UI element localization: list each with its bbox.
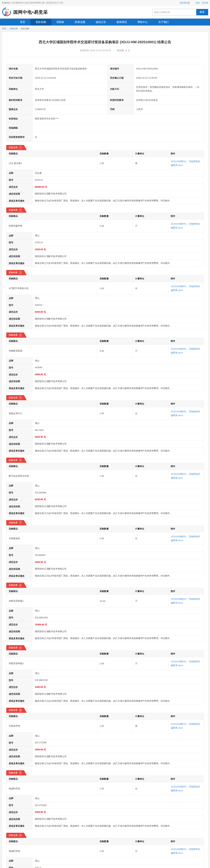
attachment-cell: 20251009附件1：货物类响应偏离表.docx [168,845,204,858]
search-box: 搜索 [152,9,208,16]
nav-item-help[interactable]: 帮助中心 [132,19,153,26]
info-label-qualification: 供应商资质要求 [6,132,32,142]
nav-item-bidding-purchase[interactable]: 竞价采购 [30,19,51,26]
qty-cell: 4.00 [97,345,133,357]
result-badge-number: 10 [19,709,22,712]
result-detail-table: 品牌 湖山 型号 WLYS02 成交总价 5420.00 元 [6,420,204,455]
supplier-value: 陕西韶华云顶数字技术有限公司 [32,190,204,197]
nav-item-tender[interactable]: 招投标 [51,19,70,26]
price-label: 成交总价 [6,434,32,441]
result-item-table: 采购商品 采购数量 计量单位 附件 同轴吸顶音箱 4.00 只 20251009… [6,338,204,357]
price-label: 成交总价 [6,746,32,753]
product-name-cell: 电源时序器 [6,845,97,858]
model-value: AGX60 [32,364,204,371]
warranty-value: 验收合格之日起3年提供原厂质保。质保期内，非人为因素产品出现质量问题，由乙方进行… [32,823,204,830]
attachment-cell: 20251009附件1：货物类响应偏离表.docx [168,532,204,545]
supplier-register-link[interactable]: 供应商注册 [179,2,190,4]
topbar: 客服热线: 029-86618373 QQ:2881944994 (周一至周五9… [0,0,210,6]
warranty-value: 验收合格之日起3年提供原厂质保。质保期内，非人为因素产品出现质量问题，由乙方进行… [32,635,204,642]
result-block: 采购结果 5 采购商品 采购数量 计量单位 附件 智慧运算中心 1.00 台 [6,395,204,455]
col-header-attachment: 附件 [168,463,204,470]
attachment-link[interactable]: 20251009附件1：货物类响应偏离表.docx [171,722,201,730]
attachment-link[interactable]: 20251009附件1：货物类响应偏离表.docx [171,785,201,793]
brand-label: 品牌 [6,482,32,489]
attachment-link[interactable]: 20251009附件1：货物类响应偏离表.docx [171,347,201,355]
qty-cell: 1.00 [97,407,133,420]
supplier-label: 成交供应商 [6,441,32,447]
product-name-cell: 同轴吸顶音箱 [6,345,97,357]
result-badge-label: 采购结果 [9,584,18,587]
result-item-table: 采购商品 采购数量 计量单位 附件 电源时序器 1.00 台 20251009附… [6,775,204,795]
col-header-attachment: 附件 [168,338,204,345]
attachment-link[interactable]: 20251009附件1：货物类响应偏离表.docx [171,597,201,605]
col-header-unit: 计量单位 [133,588,168,595]
attachment-link[interactable]: 20251009附件1：货物类响应偏离表.docx [171,222,201,230]
unit-cell: 台 [133,782,168,795]
result-badge-label: 采购结果 [9,209,18,212]
qty-cell: 2.00 [97,282,133,295]
unit-cell: 台 [133,407,168,420]
attachment-link[interactable]: 20251009附件1：货物类响应偏离表.docx [171,284,201,292]
price-currency-suffix: 元 [44,686,46,688]
attachment-link[interactable]: 20251009附件1：货物类响应偏离表.docx [171,472,201,480]
brand-label: 品牌 [6,858,32,864]
supplier-label: 成交供应商 [6,378,32,385]
result-detail-table: 品牌 湖山 型号 DS-W621SD 成交总价 3300.00 元 [6,670,204,705]
result-detail-table: 品牌 湖山 型号 AGX60 成交总价 2900.00 元 [6,357,204,392]
nav-item-policy[interactable]: 政策法规 [70,19,90,26]
attachment-link[interactable]: 20251009附件1：货物类响应偏离表.docx [171,535,201,542]
col-header-qty: 采购数量 [97,338,133,345]
qty-cell: 1.00 [97,470,133,482]
nav-item-news[interactable]: 新闻资讯 [111,19,132,26]
nav-item-home[interactable]: 首页 [15,19,30,26]
info-value-project-name: 西北大学区域国别学院学术交流研讨室设备采购项目 [32,64,107,73]
result-badge-label: 采购结果 [9,521,18,524]
result-block: 采购结果 12 采购商品 采购数量 计量单位 附件 电源时序器 1.00 台 [6,833,204,868]
model-label: 型号 [6,239,32,246]
result-badge-number: 9 [19,646,22,649]
product-name-cell: 柱阵列扬声器 [6,220,97,232]
col-header-qty: 采购数量 [97,650,133,657]
announcement-card: 西北大学区域国别学院学术交流研讨室设备采购项目 (XDJJ-HW-2025100… [2,32,208,868]
search-input[interactable] [152,9,196,15]
result-badge-number: 12 [19,834,22,837]
model-value: DS-630AP [32,552,204,559]
price-value: 3300.00 [35,686,43,688]
model-value: DS-UT20W [32,739,204,746]
result-badge-label: 采购结果 [9,646,18,649]
brand-label: 品牌 [6,357,32,364]
price-label: 成交总价 [6,621,32,628]
col-header-unit: 计量单位 [133,713,168,720]
breadcrumb: 首页/采购结果/竞价结果 [2,26,208,32]
nav-item-about[interactable]: 关于我们 [153,19,174,26]
attachment-link[interactable]: 20251009附件1：货物类响应偏离表.docx [171,847,201,855]
col-header-product: 采购商品 [6,713,97,720]
attachment-cell: 20251009附件1：货物类响应偏离表.docx [168,220,204,232]
result-badge-number: 6 [19,459,22,462]
attachment-link[interactable]: 20251009附件1：货物类响应偏离表.docx [171,410,201,417]
price-value: 15500.00 [35,623,44,626]
breadcrumb-results-link[interactable]: 采购结果 [9,27,18,30]
nav-item-integrity[interactable]: 诚信公告 [90,19,111,26]
warranty-value: 验收合格之日起3年提供原厂质保。质保期内，非人为因素产品出现质量问题，由乙方进行… [32,197,204,204]
supplier-label: 成交供应商 [6,816,32,823]
result-badge: 采购结果 6 [6,458,27,463]
model-label: 型号 [6,489,32,496]
attachment-link[interactable]: 20251009附件1：货物类响应偏离表.docx [171,660,201,667]
model-value: CPS1.8 [32,239,204,246]
main-nav: 首页 竞价采购 招投标 政策法规 诚信公告 新闻资讯 帮助中心 关于我们 [0,19,210,26]
breadcrumb-home-link[interactable]: 首页 [2,27,6,30]
warranty-label: 质保及售后服务 [6,447,32,454]
info-label-delivery-time: 到货时间要求 [107,96,134,105]
model-label: 型号 [6,364,32,371]
info-value-address: 陕西省西安市长安区**** [32,114,204,123]
login-link[interactable]: 您好，请登录 [196,2,208,4]
price-label: 成交总价 [6,684,32,691]
info-value-budget: 174400.00 [32,105,107,114]
col-header-product: 采购商品 [6,463,97,470]
views-count: 1 [126,49,127,52]
info-value-delivery-time: 合同签订后5天内送达 [134,96,204,105]
search-button[interactable]: 搜索 [196,9,208,15]
supplier-value: 陕西韶华云顶数字技术有限公司 [32,690,204,698]
attachment-link[interactable]: 20251009附件1：货物类响应偏离表.docx [171,159,201,167]
